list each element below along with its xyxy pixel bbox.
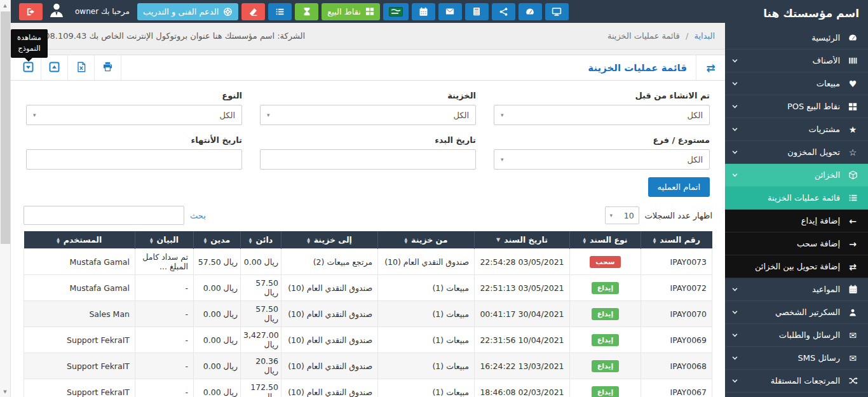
sidebar-item-sms[interactable]: ✉ رسائل SMS	[725, 347, 868, 370]
treasury-select[interactable]: الكل ▾	[260, 105, 476, 125]
breadcrumb-bar: البداية / قائمة عمليات الخزينة الشركة: ا…	[11, 23, 725, 50]
support-icon	[223, 7, 233, 17]
cell-voucher-type: إيداع	[570, 379, 641, 397]
column-header-voucher-type[interactable]: نوع السند▲▼	[570, 231, 641, 249]
voucher-type-badge: إيداع	[592, 282, 620, 294]
table-row: IPAY0068إيداع16:24:22 13/03/2021مبيعات (…	[24, 353, 712, 379]
mail-button[interactable]	[438, 3, 462, 20]
page-size-select[interactable]: 10 ▾	[605, 206, 639, 224]
column-header-to-treasury[interactable]: إلى خزينة▲▼	[281, 231, 378, 249]
sidebar-subitem-add-deposit[interactable]: ← إضافة إيداع	[725, 210, 868, 232]
saudi-flag-icon	[389, 7, 403, 17]
scrollbar-thumb[interactable]	[1, 11, 10, 244]
sidebar-item-inventory-transfer[interactable]: ☆ تحويل المخزون	[725, 141, 868, 164]
share-button[interactable]	[492, 3, 515, 20]
filter-end-date: تاريخ الأنتهاء	[26, 135, 242, 170]
calendar-button[interactable]	[412, 3, 435, 20]
warehouse-select[interactable]: الكل ▾	[494, 149, 710, 170]
treasury-operations-table: رقم السند▲▼نوع السند▲▼تاريخ السند▼من خزي…	[24, 231, 712, 397]
sidebar-item-sales[interactable]: ♥ مبيعات	[725, 72, 868, 95]
column-header-voucher-date[interactable]: تاريخ السند▼	[475, 231, 570, 249]
barcode-icon	[846, 56, 859, 65]
collapse-up-button[interactable]	[41, 55, 68, 80]
cell-statement: -	[135, 301, 194, 327]
sidebar-item-personal-secretary[interactable]: السكرتير الشخصي	[725, 301, 868, 324]
cell-voucher-date: 16:24:22 13/03/2021	[475, 353, 570, 379]
sort-icon: ▲▼	[404, 237, 407, 243]
breadcrumb-current: قائمة عمليات الخزينة	[607, 31, 680, 41]
table-row: IPAY0069إيداع22:31:56 10/04/2021مبيعات (…	[24, 327, 712, 353]
column-header-from-treasury[interactable]: من خزينة▲▼	[378, 231, 475, 249]
hourglass-button[interactable]	[295, 3, 318, 20]
sort-icon: ▲▼	[249, 237, 252, 243]
start-date-input[interactable]	[260, 149, 476, 170]
sidebar-item-home[interactable]: الرئيسية	[725, 27, 868, 50]
scrollbar-down-arrow-icon[interactable]: ▼	[0, 386, 10, 397]
view-template-tooltip: مشاهدة النموذج	[11, 29, 48, 58]
exchange-icon: ⇄	[846, 262, 859, 272]
desktop-button[interactable]	[545, 3, 569, 20]
hourglass-icon	[302, 7, 311, 16]
sort-icon: ▲▼	[57, 237, 60, 243]
column-header-debit[interactable]: مدين▲▼	[194, 231, 241, 249]
cube-icon	[846, 170, 859, 180]
sidebar-item-categories[interactable]: الأصناف	[725, 50, 868, 72]
page-scrollbar[interactable]: ▲ ▼	[0, 0, 11, 397]
filters: تم الانشاء من قبل الكل ▾ الخزينة الكل ▾	[11, 81, 725, 170]
column-header-credit[interactable]: دائن▲▼	[241, 231, 281, 249]
table-wrap: رقم السند▲▼نوع السند▲▼تاريخ السند▼من خزي…	[11, 231, 725, 397]
shuffle-icon	[846, 376, 859, 386]
scrollbar-up-arrow-icon[interactable]: ▲	[0, 0, 10, 11]
print-button[interactable]	[95, 55, 121, 80]
end-date-input[interactable]	[26, 149, 242, 170]
main-area: مرحبا بك owner الدعم الفنى و التدريب نقا…	[11, 0, 725, 397]
column-header-statement[interactable]: البيان▲▼	[135, 231, 194, 249]
column-header-user[interactable]: المستخدم▲▼	[24, 231, 135, 249]
calculator-icon	[472, 7, 481, 16]
star-outline-icon: ☆	[846, 147, 859, 158]
type-select[interactable]: الكل ▾	[26, 105, 242, 125]
sidebar-item-treasuries[interactable]: الخزائن	[725, 164, 868, 187]
cell-statement: -	[135, 379, 194, 397]
filter-warehouse: مستودع / فرع الكل ▾	[494, 135, 710, 170]
user-avatar[interactable]	[47, 2, 66, 21]
chevron-down-icon	[731, 354, 738, 361]
sidebar-subitem-add-transfer[interactable]: ⇄ إضافة تحويل بين الخزائن	[725, 255, 868, 278]
chevron-down-icon	[731, 309, 738, 316]
cell-user: Mustafa Gamal	[24, 249, 135, 275]
sort-icon: ▲▼	[583, 237, 586, 243]
cell-statement: -	[135, 353, 194, 379]
avatar-icon	[48, 1, 65, 22]
submit-operation-button[interactable]: اتمام العمليه	[648, 177, 710, 197]
voucher-type-badge: إيداع	[592, 360, 620, 372]
sort-icon: ▲▼	[150, 237, 153, 243]
clear-button[interactable]	[241, 3, 265, 20]
actions-row: اتمام العمليه	[11, 170, 725, 197]
created-by-select[interactable]: الكل ▾	[494, 105, 710, 125]
support-button[interactable]: الدعم الفنى و التدريب	[137, 3, 238, 20]
sidebar-subitem-add-withdrawal[interactable]: → إضافة سحب	[725, 232, 868, 255]
language-flag-button[interactable]	[383, 3, 409, 20]
pos-button[interactable]: نقاط البيع	[322, 3, 380, 20]
exchange-icon: ⇄	[696, 55, 725, 80]
logout-button[interactable]	[19, 3, 43, 20]
sidebar-item-purchases[interactable]: ★ مشتريات	[725, 118, 868, 141]
breadcrumb-home-link[interactable]: البداية	[694, 31, 715, 41]
envelope-icon: ✉	[846, 353, 859, 363]
column-header-voucher-no[interactable]: رقم السند▲▼	[641, 231, 712, 249]
search-label: بحث	[190, 211, 206, 220]
sidebar-item-messages-requests[interactable]: ✉ الرسائل والطلبات	[725, 324, 868, 347]
cell-voucher-no: IPAY0067	[641, 379, 712, 397]
panel-title-group: ⇄ قائمة عمليات الخزينة	[579, 55, 725, 80]
list-button[interactable]	[268, 3, 292, 20]
cell-to-treasury: صندوق النقدي العام (10)	[281, 301, 378, 327]
sidebar-subitem-treasury-operations-list[interactable]: قائمة عمليات الخزينة	[725, 187, 868, 210]
sidebar-item-pos[interactable]: نقاط البيع POS	[725, 95, 868, 118]
cell-voucher-no: IPAY0073	[641, 249, 712, 275]
search-input[interactable]	[24, 206, 184, 225]
dashboard-button[interactable]	[519, 3, 542, 20]
export-excel-button[interactable]	[68, 55, 95, 80]
sidebar-item-independent-returns[interactable]: المرتجعات المستقلة	[725, 370, 868, 393]
calculator-button[interactable]	[465, 3, 489, 20]
sidebar-item-appointments[interactable]: المواعيد	[725, 278, 868, 301]
